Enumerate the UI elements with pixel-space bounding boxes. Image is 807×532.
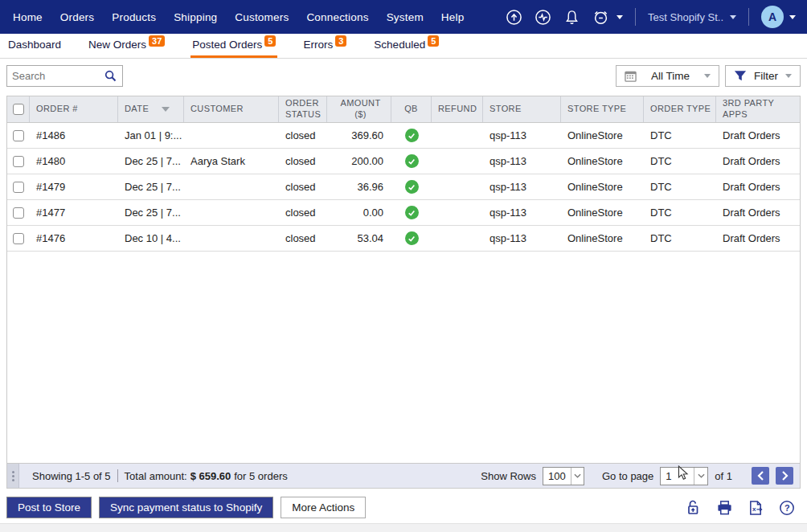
next-page-button[interactable] bbox=[776, 467, 793, 485]
qb-success-icon[interactable] bbox=[405, 180, 419, 194]
store-type: OnlineStore bbox=[561, 232, 644, 244]
menu-item-help[interactable]: Help bbox=[441, 11, 465, 23]
store-selector-dropdown[interactable]: Test Shopify St.. bbox=[648, 11, 736, 23]
tab-label: New Orders bbox=[88, 39, 146, 51]
filter-dropdown[interactable]: Filter bbox=[725, 65, 801, 87]
page-count-text: of 1 bbox=[715, 470, 732, 482]
menu-item-connections[interactable]: Connections bbox=[306, 11, 368, 23]
qb-status-cell bbox=[391, 129, 432, 142]
store-selector-label: Test Shopify St.. bbox=[648, 11, 723, 23]
top-navigation-bar: Home Orders Products Shipping Customers … bbox=[0, 0, 807, 34]
order-status: closed bbox=[279, 181, 327, 193]
row-checkbox[interactable] bbox=[13, 130, 24, 141]
qb-success-icon[interactable] bbox=[405, 154, 419, 168]
tab-new-orders[interactable]: New Orders 37 bbox=[88, 34, 165, 58]
row-checkbox[interactable] bbox=[13, 207, 24, 219]
menu-item-orders[interactable]: Orders bbox=[60, 11, 94, 23]
show-rows-select[interactable]: 100 bbox=[543, 467, 584, 485]
notifications-bell-icon[interactable] bbox=[563, 9, 580, 26]
menu-item-shipping[interactable]: Shipping bbox=[174, 11, 217, 23]
column-header-refund[interactable]: REFUND bbox=[432, 96, 483, 122]
row-checkbox[interactable] bbox=[13, 182, 24, 193]
unlock-post-icon[interactable] bbox=[684, 499, 702, 517]
table-empty-area bbox=[7, 252, 800, 463]
tab-dashboard[interactable]: Dashboard bbox=[8, 34, 61, 58]
tab-errors[interactable]: Errors 3 bbox=[303, 34, 346, 58]
menu-item-products[interactable]: Products bbox=[112, 11, 156, 23]
column-header-order-status[interactable]: ORDER STATUS bbox=[279, 96, 327, 122]
goto-page-select[interactable]: 1 bbox=[660, 467, 708, 485]
qb-success-icon[interactable] bbox=[405, 231, 419, 245]
menu-item-home[interactable]: Home bbox=[13, 11, 43, 23]
menu-item-system[interactable]: System bbox=[387, 11, 424, 23]
upload-circle-icon[interactable] bbox=[506, 9, 522, 26]
column-header-customer[interactable]: CUSTOMER bbox=[184, 96, 279, 122]
column-header-order-type[interactable]: ORDER TYPE bbox=[644, 96, 716, 122]
scheduled-count-badge: 5 bbox=[428, 35, 439, 47]
chevron-down-icon bbox=[785, 74, 792, 78]
divider bbox=[748, 8, 749, 26]
table-row[interactable]: #1480 Dec 25 | 7... Aarya Stark closed 2… bbox=[7, 149, 800, 174]
chevron-down-icon bbox=[704, 74, 711, 78]
select-all-checkbox[interactable] bbox=[13, 104, 24, 115]
column-label: 3RD PARTY APPS bbox=[723, 98, 780, 121]
column-label: DATE bbox=[125, 104, 149, 115]
calendar-icon bbox=[625, 70, 637, 82]
third-party-app: Draft Orders bbox=[716, 181, 800, 193]
row-checkbox[interactable] bbox=[13, 156, 24, 167]
alarm-clock-icon[interactable] bbox=[592, 9, 609, 26]
column-header-date[interactable]: DATE bbox=[118, 96, 184, 122]
column-header-store-type[interactable]: STORE TYPE bbox=[561, 96, 644, 122]
filter-funnel-icon bbox=[734, 70, 747, 82]
help-icon[interactable]: ? bbox=[778, 499, 796, 517]
resize-grip-handle[interactable] bbox=[7, 464, 19, 488]
tab-posted-orders[interactable]: Posted Orders 5 bbox=[192, 34, 276, 58]
store-type: OnlineStore bbox=[561, 207, 644, 219]
order-amount: 200.00 bbox=[327, 155, 391, 167]
table-row[interactable]: #1479 Dec 25 | 7... closed 36.96 qsp-113… bbox=[7, 174, 800, 200]
user-menu-caret-icon[interactable] bbox=[789, 15, 796, 19]
table-toolbar: All Time Filter bbox=[0, 59, 807, 96]
order-amount: 53.04 bbox=[327, 232, 391, 244]
column-header-store[interactable]: STORE bbox=[483, 96, 561, 122]
order-number: #1480 bbox=[30, 155, 118, 167]
store-name: qsp-113 bbox=[483, 181, 561, 193]
qb-success-icon[interactable] bbox=[405, 206, 419, 219]
print-icon[interactable] bbox=[715, 499, 733, 517]
total-amount-label: Total amount: bbox=[125, 470, 187, 482]
order-type: DTC bbox=[644, 155, 716, 167]
svg-text:x: x bbox=[752, 505, 756, 512]
tab-scheduled[interactable]: Scheduled 5 bbox=[374, 34, 439, 58]
export-excel-icon[interactable]: x bbox=[747, 499, 764, 517]
column-label: AMOUNT ($) bbox=[339, 98, 383, 121]
search-input[interactable] bbox=[7, 70, 104, 82]
more-actions-button[interactable]: More Actions bbox=[281, 497, 366, 518]
menu-item-customers[interactable]: Customers bbox=[235, 11, 289, 23]
divider bbox=[117, 469, 118, 482]
table-row[interactable]: #1476 Dec 10 | 4... closed 53.04 qsp-113… bbox=[7, 226, 800, 252]
date-range-dropdown[interactable]: All Time bbox=[616, 65, 719, 87]
order-type: DTC bbox=[644, 207, 716, 219]
table-row[interactable]: #1477 Dec 25 | 7... closed 0.00 qsp-113 … bbox=[7, 200, 800, 226]
column-header-qb[interactable]: QB bbox=[391, 96, 432, 122]
table-row[interactable]: #1486 Jan 01 | 9:... closed 369.60 qsp-1… bbox=[7, 123, 800, 149]
column-header-3rd-party-apps[interactable]: 3RD PARTY APPS bbox=[716, 96, 800, 122]
row-checkbox[interactable] bbox=[13, 233, 24, 244]
previous-page-button[interactable] bbox=[752, 467, 769, 485]
alarm-dropdown-caret-icon[interactable] bbox=[617, 15, 623, 19]
sync-payment-status-button[interactable]: Sync payment status to Shopify bbox=[99, 497, 273, 518]
order-date: Jan 01 | 9:... bbox=[118, 129, 184, 141]
search-icon[interactable] bbox=[104, 69, 122, 83]
third-party-app: Draft Orders bbox=[716, 155, 800, 167]
activity-circle-icon[interactable] bbox=[535, 9, 551, 26]
goto-page-value: 1 bbox=[661, 470, 694, 482]
search-box bbox=[6, 65, 123, 87]
sort-desc-icon[interactable] bbox=[162, 107, 170, 112]
qb-success-icon[interactable] bbox=[405, 129, 419, 142]
column-header-amount[interactable]: AMOUNT ($) bbox=[327, 96, 391, 122]
post-to-store-button[interactable]: Post to Store bbox=[6, 497, 92, 518]
order-amount: 36.96 bbox=[327, 181, 391, 193]
errors-count-badge: 3 bbox=[335, 35, 346, 47]
column-header-order[interactable]: ORDER # bbox=[30, 96, 118, 122]
user-avatar[interactable]: A bbox=[761, 6, 784, 28]
